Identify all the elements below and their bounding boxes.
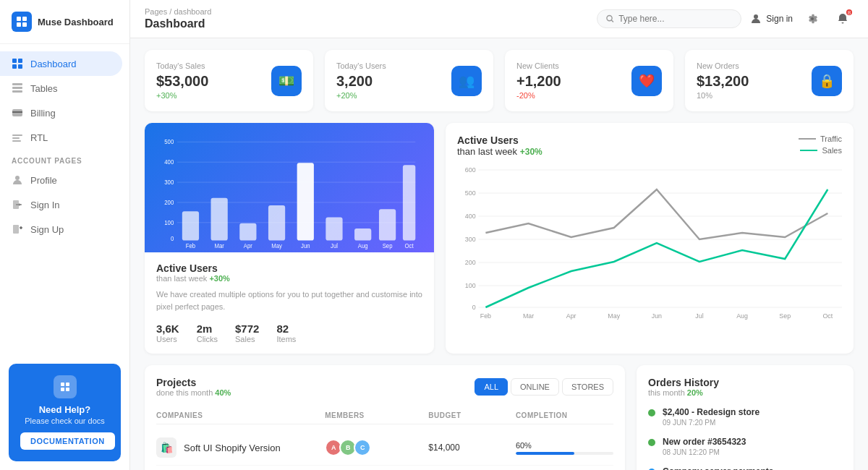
- svg-rect-7: [18, 64, 22, 69]
- svg-rect-45: [326, 218, 342, 241]
- svg-text:400: 400: [164, 159, 174, 166]
- sidebar-item-dashboard[interactable]: Dashboard: [0, 51, 122, 76]
- chart-legend: Traffic Sales: [799, 134, 842, 155]
- company-name-1: Soft UI Shopify Version: [184, 443, 281, 453]
- col-members: MEMBERS: [325, 411, 422, 419]
- projects-header: Projects done this month 40% ALL ONLINE …: [156, 377, 613, 397]
- stat-label-sales: Today's Sales: [156, 61, 208, 70]
- stat-info-users: Today's Users 3,200 +20%: [336, 61, 386, 100]
- svg-rect-6: [12, 64, 17, 69]
- chart-stat-users-label: Users: [156, 335, 179, 343]
- svg-text:Jul: Jul: [331, 243, 338, 249]
- sidebar-nav: Dashboard Tables Billing RTL ACCOUNT PAG…: [0, 44, 129, 355]
- svg-rect-12: [12, 111, 22, 113]
- sidebar-item-profile[interactable]: Profile: [0, 168, 129, 192]
- svg-text:600: 600: [465, 166, 476, 174]
- sidebar-item-signin[interactable]: Sign In: [0, 192, 129, 217]
- legend-sales-line: [800, 150, 817, 151]
- stat-value-clients: +1,200: [516, 73, 561, 90]
- rtl-icon: [12, 132, 23, 143]
- sidebar-signup-label: Sign Up: [30, 224, 64, 235]
- documentation-button[interactable]: DOCUMENTATION: [20, 432, 115, 450]
- svg-text:0: 0: [171, 235, 174, 242]
- orders-wrapper: Orders History this month 20% $2,400 - R…: [637, 365, 854, 470]
- svg-point-28: [754, 14, 758, 19]
- svg-rect-22: [61, 383, 64, 386]
- stat-card-orders: New Orders $13,200 10% 🔒: [685, 50, 854, 111]
- bar-chart-info: Active Users than last week +30% We have…: [145, 252, 434, 354]
- stat-value-orders: $13,200: [697, 73, 749, 90]
- signin-button[interactable]: Sign in: [750, 13, 793, 25]
- sidebar-tables-label: Tables: [30, 83, 58, 94]
- svg-rect-24: [61, 388, 64, 391]
- sidebar-item-billing[interactable]: Billing: [0, 101, 129, 125]
- stat-icon-users: 👥: [451, 66, 482, 96]
- filter-online[interactable]: ONLINE: [511, 378, 559, 396]
- svg-text:300: 300: [465, 236, 476, 243]
- stat-value-sales: $53,000: [156, 73, 208, 90]
- svg-line-27: [612, 20, 614, 22]
- members-cell-1: A B C: [325, 439, 422, 456]
- bar-chart-card: 500 400 300 200 100 0: [145, 123, 434, 354]
- completion-1: 60%: [516, 441, 613, 455]
- notifications-button[interactable]: 8: [832, 8, 854, 30]
- order-name-2: New order #3654323: [663, 437, 746, 447]
- svg-rect-3: [22, 22, 27, 27]
- sidebar: Muse Dashboard Dashboard Tables Billing …: [0, 0, 130, 470]
- svg-text:Mar: Mar: [214, 243, 224, 249]
- svg-text:Aug: Aug: [736, 312, 748, 320]
- svg-text:May: May: [271, 243, 282, 249]
- svg-rect-1: [22, 17, 27, 21]
- chart-stat-items-value: 82: [276, 322, 296, 335]
- filter-stores[interactable]: STORES: [562, 378, 613, 396]
- legend-sales: Sales: [800, 146, 842, 155]
- order-name-3: Company server payments: [663, 466, 773, 470]
- svg-text:200: 200: [164, 200, 174, 206]
- svg-text:Mar: Mar: [523, 312, 534, 320]
- stat-change-orders: 10%: [697, 91, 749, 100]
- svg-rect-42: [239, 223, 256, 241]
- stat-icon-clients: ❤️: [631, 66, 662, 96]
- svg-rect-4: [12, 59, 17, 63]
- stat-card-clients: New Clients +1,200 -20% ❤️: [505, 50, 673, 111]
- company-cell-1: 🛍️ Soft UI Shopify Version: [156, 437, 319, 458]
- sidebar-item-tables[interactable]: Tables: [0, 76, 129, 101]
- line-chart-subtitle-prefix: than last week: [457, 146, 517, 157]
- search-box[interactable]: [597, 9, 741, 28]
- breadcrumb-current: dashboard: [174, 7, 211, 16]
- col-completion: COMPLETION: [516, 411, 613, 419]
- main-content: Pages / dashboard Dashboard Sign in 8: [130, 0, 868, 470]
- search-input[interactable]: [618, 14, 732, 24]
- svg-text:Jun: Jun: [652, 312, 662, 320]
- bar-chart-subtitle: than last week +30%: [156, 274, 422, 283]
- sidebar-dashboard-label: Dashboard: [30, 59, 77, 69]
- header-left: Pages / dashboard Dashboard: [145, 7, 211, 30]
- stat-info-orders: New Orders $13,200 10%: [697, 61, 749, 100]
- svg-point-26: [607, 15, 612, 20]
- search-icon: [606, 14, 614, 23]
- chart-stat-sales: $772 Sales: [235, 322, 259, 343]
- progress-fill-1: [516, 452, 574, 455]
- svg-text:100: 100: [164, 220, 174, 226]
- bar-chart-wrapper: 500 400 300 200 100 0: [145, 123, 434, 252]
- sidebar-item-signup[interactable]: Sign Up: [0, 217, 129, 242]
- svg-rect-41: [211, 198, 228, 241]
- svg-text:Sep: Sep: [779, 312, 791, 320]
- svg-rect-14: [12, 137, 20, 139]
- bar-chart-stats: 3,6K Users 2m Clicks $772 Sales 82: [156, 322, 422, 343]
- sidebar-item-rtl[interactable]: RTL: [0, 125, 129, 150]
- bar-chart-svg: 500 400 300 200 100 0: [156, 134, 422, 250]
- order-item-2: New order #3654323 08 JUN 12:20 PM: [648, 437, 842, 456]
- chart-stat-items: 82 Items: [276, 322, 296, 343]
- order-item-3: Company server payments 04 JUN 3:10 PM: [648, 466, 842, 470]
- settings-button[interactable]: [801, 8, 823, 30]
- chart-stat-users: 3,6K Users: [156, 322, 179, 343]
- bar-chart-subtitle-prefix: than last week: [156, 274, 207, 283]
- orders-title: Orders History: [648, 377, 842, 388]
- table-row: 📐 Progress Track D E $3,000 10%: [156, 466, 613, 470]
- bar-chart-title: Active Users: [156, 262, 422, 274]
- filter-all[interactable]: ALL: [475, 378, 508, 396]
- svg-point-16: [15, 176, 20, 180]
- stat-label-users: Today's Users: [336, 61, 386, 70]
- dashboard-icon: [12, 58, 23, 69]
